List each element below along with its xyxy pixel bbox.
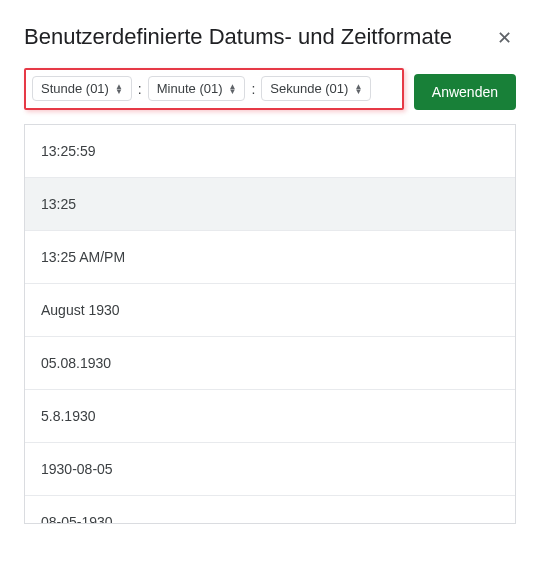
format-token[interactable]: Minute (01)▲▼ bbox=[148, 76, 246, 101]
apply-button[interactable]: Anwenden bbox=[414, 74, 516, 110]
format-editor[interactable]: Stunde (01)▲▼:Minute (01)▲▼:Sekunde (01)… bbox=[32, 76, 396, 101]
list-item-label: 1930-08-05 bbox=[41, 461, 113, 477]
list-item-label: 5.8.1930 bbox=[41, 408, 96, 424]
format-samples-list: 13:25:5913:2513:25 AM/PMAugust 193005.08… bbox=[24, 124, 516, 524]
dialog-title: Benutzerdefinierte Datums- und Zeitforma… bbox=[24, 24, 452, 50]
format-separator: : bbox=[138, 81, 142, 97]
list-item[interactable]: 1930-08-05 bbox=[25, 443, 515, 496]
close-button[interactable]: ✕ bbox=[492, 26, 516, 50]
list-item-label: August 1930 bbox=[41, 302, 120, 318]
format-token-label: Minute (01) bbox=[157, 81, 223, 96]
format-token-label: Sekunde (01) bbox=[270, 81, 348, 96]
list-item[interactable]: 13:25 bbox=[25, 178, 515, 231]
list-item-label: 13:25:59 bbox=[41, 143, 96, 159]
list-item-label: 05.08.1930 bbox=[41, 355, 111, 371]
format-token-label: Stunde (01) bbox=[41, 81, 109, 96]
chevron-up-down-icon: ▲▼ bbox=[229, 84, 237, 94]
list-item[interactable]: 5.8.1930 bbox=[25, 390, 515, 443]
list-item[interactable]: 13:25:59 bbox=[25, 125, 515, 178]
list-item-label: 13:25 AM/PM bbox=[41, 249, 125, 265]
format-token[interactable]: Sekunde (01)▲▼ bbox=[261, 76, 371, 101]
dialog-header: Benutzerdefinierte Datums- und Zeitforma… bbox=[24, 24, 516, 50]
list-item[interactable]: 13:25 AM/PM bbox=[25, 231, 515, 284]
list-item[interactable]: 08-05-1930 bbox=[25, 496, 515, 523]
format-editor-highlight: Stunde (01)▲▼:Minute (01)▲▼:Sekunde (01)… bbox=[24, 68, 404, 110]
close-icon: ✕ bbox=[497, 27, 512, 49]
list-item[interactable]: 05.08.1930 bbox=[25, 337, 515, 390]
list-item-label: 08-05-1930 bbox=[41, 514, 113, 523]
format-separator: : bbox=[251, 81, 255, 97]
chevron-up-down-icon: ▲▼ bbox=[115, 84, 123, 94]
format-samples-scroll[interactable]: 13:25:5913:2513:25 AM/PMAugust 193005.08… bbox=[25, 125, 515, 523]
list-item-label: 13:25 bbox=[41, 196, 76, 212]
format-token[interactable]: Stunde (01)▲▼ bbox=[32, 76, 132, 101]
datetime-format-dialog: Benutzerdefinierte Datums- und Zeitforma… bbox=[0, 0, 540, 548]
list-item[interactable]: August 1930 bbox=[25, 284, 515, 337]
chevron-up-down-icon: ▲▼ bbox=[354, 84, 362, 94]
format-row: Stunde (01)▲▼:Minute (01)▲▼:Sekunde (01)… bbox=[24, 68, 516, 110]
